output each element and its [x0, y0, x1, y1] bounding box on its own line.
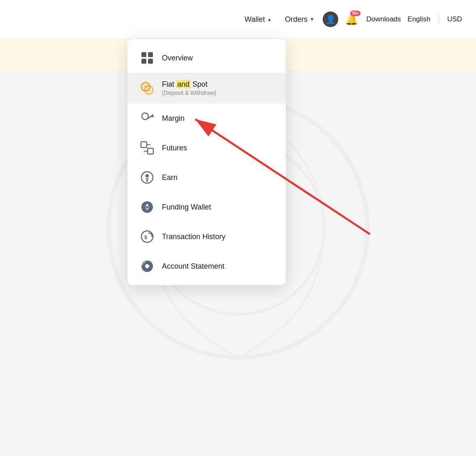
- account-statement-label: Account Statement: [162, 262, 224, 271]
- fiat-spot-sublabel: (Deposit & Withdraw): [162, 90, 216, 96]
- wallet-nav-item[interactable]: Wallet ▲: [240, 12, 277, 27]
- funding-label: Funding Wallet: [162, 203, 211, 212]
- svg-point-19: [146, 174, 149, 177]
- svg-point-28: [145, 264, 149, 268]
- notification-bell-wrapper[interactable]: 🔔 99+: [342, 10, 361, 29]
- navbar: Wallet ▲ Orders ▼ 👤 🔔 99+ Downloads Engl…: [0, 0, 476, 39]
- svg-rect-3: [141, 52, 146, 57]
- svg-marker-13: [151, 114, 154, 117]
- orders-arrow-icon: ▼: [310, 16, 314, 22]
- user-avatar-icon[interactable]: 👤: [323, 12, 338, 27]
- nav-divider: [439, 15, 439, 23]
- margin-label: Margin: [162, 114, 185, 123]
- earn-label: Earn: [162, 173, 178, 182]
- svg-rect-4: [148, 52, 153, 57]
- overview-icon: [140, 51, 155, 65]
- futures-icon: [140, 140, 155, 155]
- dropdown-item-earn[interactable]: Earn: [127, 163, 286, 192]
- orders-nav-item[interactable]: Orders ▼: [280, 12, 319, 27]
- account-statement-icon: [140, 259, 155, 274]
- wallet-dropdown: Overview Fiat and Spot (Deposit & Withdr…: [127, 39, 286, 285]
- margin-text: Margin: [162, 114, 185, 123]
- svg-rect-20: [146, 178, 149, 179]
- svg-point-22: [141, 201, 153, 213]
- fiat-spot-icon: [140, 81, 155, 96]
- svg-point-10: [147, 88, 151, 92]
- dropdown-item-fiat-spot[interactable]: Fiat and Spot (Deposit & Withdraw): [127, 73, 286, 104]
- svg-rect-5: [141, 59, 146, 64]
- earn-icon: [140, 170, 155, 185]
- margin-icon: [140, 111, 155, 126]
- svg-point-9: [143, 85, 148, 89]
- notification-badge: 99+: [350, 11, 360, 16]
- funding-text: Funding Wallet: [162, 203, 211, 212]
- svg-rect-14: [141, 142, 147, 147]
- dropdown-item-margin[interactable]: Margin: [127, 104, 286, 133]
- funding-icon: [140, 200, 155, 214]
- wallet-label: Wallet: [245, 15, 265, 24]
- english-nav-item[interactable]: English: [406, 12, 432, 27]
- fiat-spot-label: Fiat and Spot: [162, 80, 216, 89]
- dropdown-item-account-statement[interactable]: Account Statement: [127, 251, 286, 281]
- orders-label: Orders: [285, 15, 307, 24]
- transaction-label: Transaction History: [162, 233, 225, 241]
- fiat-spot-text: Fiat and Spot (Deposit & Withdraw): [162, 80, 216, 96]
- svg-text:$: $: [144, 234, 148, 240]
- dropdown-item-transaction[interactable]: $ Transaction History: [127, 222, 286, 251]
- transaction-icon: $: [140, 229, 155, 244]
- dropdown-item-funding[interactable]: Funding Wallet: [127, 192, 286, 222]
- overview-text: Overview: [162, 54, 193, 62]
- dropdown-item-futures[interactable]: Futures: [127, 133, 286, 163]
- transaction-text: Transaction History: [162, 233, 225, 241]
- svg-point-11: [142, 113, 148, 120]
- usd-nav-item[interactable]: USD: [446, 12, 464, 27]
- downloads-nav-item[interactable]: Downloads: [365, 12, 402, 27]
- futures-text: Futures: [162, 144, 187, 152]
- futures-label: Futures: [162, 144, 187, 152]
- dropdown-item-overview[interactable]: Overview: [127, 43, 286, 73]
- wallet-arrow-icon: ▲: [267, 16, 272, 22]
- svg-rect-6: [148, 59, 153, 64]
- svg-rect-15: [148, 148, 153, 154]
- earn-text: Earn: [162, 173, 178, 182]
- nav-items: Wallet ▲ Orders ▼ 👤 🔔 99+ Downloads Engl…: [240, 10, 464, 29]
- overview-label: Overview: [162, 54, 193, 62]
- account-statement-text: Account Statement: [162, 262, 224, 271]
- svg-rect-21: [146, 180, 148, 182]
